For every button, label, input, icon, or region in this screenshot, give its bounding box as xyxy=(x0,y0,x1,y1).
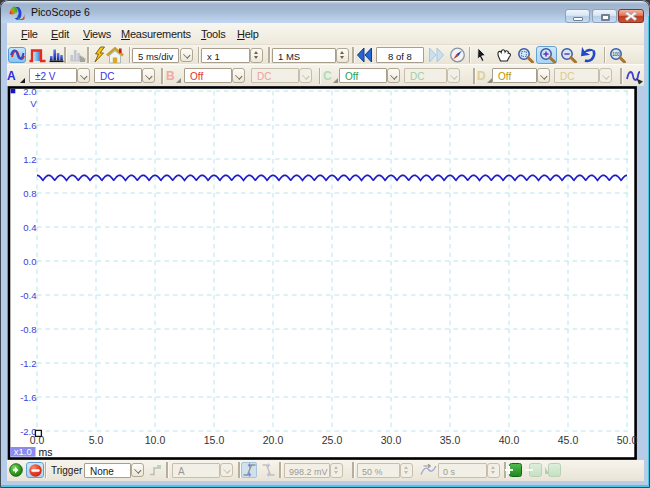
svg-text:10.0: 10.0 xyxy=(145,434,166,446)
svg-text:0.8: 0.8 xyxy=(23,188,36,199)
svg-text:100: 100 xyxy=(612,52,620,57)
svg-text:30.0: 30.0 xyxy=(381,434,402,446)
svg-text:25.0: 25.0 xyxy=(322,434,343,446)
svg-text:0.0: 0.0 xyxy=(23,256,36,267)
svg-text:-0.8: -0.8 xyxy=(20,324,36,335)
svg-text:1.2: 1.2 xyxy=(23,154,36,165)
svg-text:20.0: 20.0 xyxy=(263,434,284,446)
svg-text:50.0: 50.0 xyxy=(617,434,638,446)
svg-text:1.6: 1.6 xyxy=(23,120,36,131)
svg-text:5.0: 5.0 xyxy=(89,434,104,446)
svg-text:35.0: 35.0 xyxy=(440,434,461,446)
svg-text:-1.6: -1.6 xyxy=(20,392,36,403)
svg-text:0.4: 0.4 xyxy=(23,222,36,233)
svg-text:15.0: 15.0 xyxy=(204,434,225,446)
svg-text:2.0: 2.0 xyxy=(23,86,36,97)
svg-text:45.0: 45.0 xyxy=(558,434,579,446)
svg-text:-0.4: -0.4 xyxy=(20,290,36,301)
svg-text:ms: ms xyxy=(39,446,53,458)
svg-text:40.0: 40.0 xyxy=(499,434,520,446)
svg-text:-1.2: -1.2 xyxy=(20,358,36,369)
svg-text:x1.0: x1.0 xyxy=(14,446,32,457)
svg-text:V: V xyxy=(30,98,37,109)
